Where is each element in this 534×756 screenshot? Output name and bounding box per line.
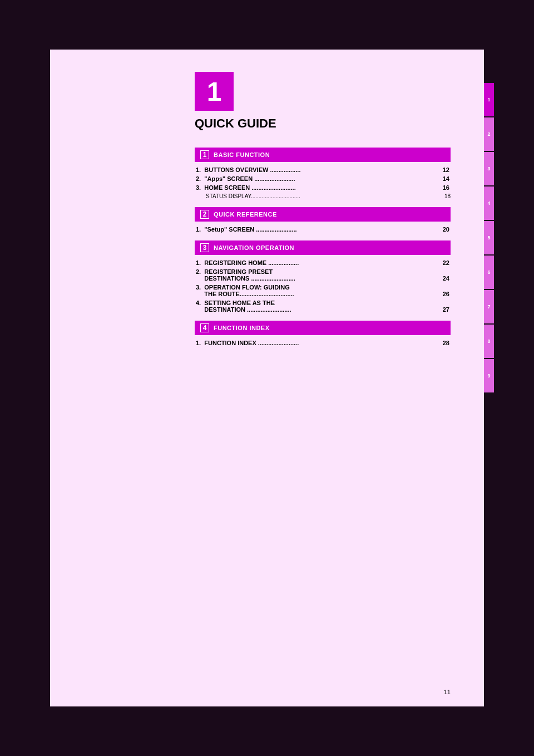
toc-label-reg-home: 1. REGISTERING HOME .................. <box>196 259 438 266</box>
tab-1[interactable]: 1 <box>484 83 494 116</box>
section-3-header: 3 NAVIGATION OPERATION <box>195 240 451 255</box>
toc-page-apps: 14 <box>438 175 449 182</box>
toc-item-reg-preset: 2. REGISTERING PRESET DESTINATIONS .....… <box>195 268 451 282</box>
toc-page-func-index: 28 <box>438 340 449 346</box>
section-4-num: 4 <box>200 323 209 332</box>
section-1-num: 1 <box>200 150 209 159</box>
toc-item-status: STATUS DISPLAY..........................… <box>195 193 451 199</box>
tab-4[interactable]: 4 <box>484 186 494 220</box>
toc-label-reg-preset-1: 2. REGISTERING PRESET <box>196 268 449 275</box>
toc-page-op-flow: 26 <box>438 291 449 297</box>
section-1-title: BASIC FUNCTION <box>214 151 270 158</box>
section-1-header: 1 BASIC FUNCTION <box>195 148 451 162</box>
toc-page-status: 18 <box>439 193 451 199</box>
tab-9[interactable]: 9 <box>484 359 494 392</box>
toc-item-reg-home: 1. REGISTERING HOME .................. 2… <box>195 259 451 266</box>
toc-page-reg-home: 22 <box>438 259 449 266</box>
tab-8[interactable]: 8 <box>484 325 494 358</box>
page-number: 11 <box>444 689 451 695</box>
toc-page-buttons: 12 <box>438 166 449 173</box>
toc-label-set-home-1: 4. SETTING HOME AS THE <box>196 300 449 306</box>
toc-label-set-home-2: DESTINATION .......................... <box>196 306 438 313</box>
content-area: 1 BASIC FUNCTION 1. BUTTONS OVERVIEW ...… <box>195 148 451 346</box>
toc-item-apps: 2. "Apps" SCREEN .......................… <box>195 175 451 182</box>
section-4-title: FUNCTION INDEX <box>214 325 270 331</box>
chapter-number: 1 <box>207 76 222 107</box>
toc-label-op-flow-1: 3. OPERATION FLOW: GUIDING <box>196 284 449 291</box>
toc-item-buttons: 1. BUTTONS OVERVIEW .................. 1… <box>195 166 451 173</box>
toc-page-setup: 20 <box>438 226 449 233</box>
toc-page-home: 16 <box>438 184 449 191</box>
toc-label-status: STATUS DISPLAY..........................… <box>206 193 439 199</box>
section-3-title: NAVIGATION OPERATION <box>214 244 294 251</box>
toc-item-func-index: 1. FUNCTION INDEX ......................… <box>195 340 451 346</box>
toc-page-set-home: 27 <box>438 306 449 313</box>
right-tabs: 1 2 3 4 5 6 7 8 9 <box>484 83 494 394</box>
toc-item-set-home: 4. SETTING HOME AS THE DESTINATION .....… <box>195 300 451 313</box>
toc-label-setup: 1. "Setup" SCREEN ......................… <box>196 226 438 233</box>
tab-2[interactable]: 2 <box>484 117 494 151</box>
chapter-number-box: 1 <box>195 72 234 111</box>
section-2-title: QUICK REFERENCE <box>214 211 277 218</box>
tab-5[interactable]: 5 <box>484 221 494 254</box>
page-container: 1 2 3 4 5 6 7 8 9 1 QUICK GUIDE 1 BASIC … <box>50 50 484 706</box>
section-4-header: 4 FUNCTION INDEX <box>195 321 451 335</box>
toc-label-op-flow-2: THE ROUTE...............................… <box>196 291 438 297</box>
toc-page-reg-preset: 24 <box>438 275 449 282</box>
toc-item-home: 3. HOME SCREEN .........................… <box>195 184 451 191</box>
chapter-title: QUICK GUIDE <box>195 116 451 131</box>
section-2-num: 2 <box>200 210 209 219</box>
section-2-header: 2 QUICK REFERENCE <box>195 207 451 222</box>
toc-label-buttons: 1. BUTTONS OVERVIEW .................. <box>196 166 438 173</box>
toc-item-setup: 1. "Setup" SCREEN ......................… <box>195 226 451 233</box>
toc-item-op-flow: 3. OPERATION FLOW: GUIDING THE ROUTE....… <box>195 284 451 297</box>
tab-3[interactable]: 3 <box>484 152 494 185</box>
section-1: 1 BASIC FUNCTION 1. BUTTONS OVERVIEW ...… <box>195 148 451 199</box>
toc-label-reg-preset-2: DESTINATIONS .......................... <box>196 275 438 282</box>
tab-6[interactable]: 6 <box>484 256 494 289</box>
tab-7[interactable]: 7 <box>484 290 494 323</box>
section-2: 2 QUICK REFERENCE 1. "Setup" SCREEN ....… <box>195 207 451 233</box>
toc-label-home: 3. HOME SCREEN .........................… <box>196 184 438 191</box>
toc-label-apps: 2. "Apps" SCREEN .......................… <box>196 175 438 182</box>
section-3: 3 NAVIGATION OPERATION 1. REGISTERING HO… <box>195 240 451 313</box>
section-4: 4 FUNCTION INDEX 1. FUNCTION INDEX .....… <box>195 321 451 346</box>
section-3-num: 3 <box>200 243 209 252</box>
toc-label-func-index: 1. FUNCTION INDEX ......................… <box>196 340 438 346</box>
